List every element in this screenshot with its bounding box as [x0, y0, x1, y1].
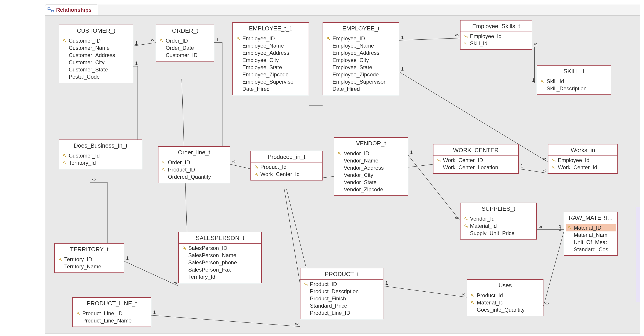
table-worksin[interactable]: Works_inEmployee_IdWork_Center_Id [548, 144, 618, 174]
field-standard_price[interactable]: Standard_Price [302, 302, 381, 310]
field-date_hired[interactable]: Date_Hired [235, 86, 307, 92]
field-product_finish[interactable]: Product_Finish [302, 295, 381, 302]
field-territory_name[interactable]: Territory_Name [56, 263, 122, 270]
table-workcenter[interactable]: WORK_CENTERWork_Center_IDWork_Center_Loc… [433, 144, 519, 174]
field-employee_address[interactable]: Employee_Address [325, 49, 397, 56]
key-icon [464, 41, 469, 46]
key-icon [567, 225, 572, 230]
field-work_center_id[interactable]: Work_Center_Id [253, 170, 320, 178]
field-product_description[interactable]: Product_Description [302, 288, 381, 295]
table-emp1[interactable]: EMPLOYEE_t_1Employee_IDEmployee_NameEmpl… [232, 22, 309, 95]
field-vendor_id[interactable]: Vendor_ID [336, 150, 406, 157]
field-salesperson_name[interactable]: SalesPerson_Name [180, 252, 260, 259]
field-vendor_name[interactable]: Vendor_Name [336, 157, 406, 164]
table-skill[interactable]: SKILL_tSkill_IdSkill_Description [537, 65, 611, 95]
table-order[interactable]: ORDER_tOrder_IDOrder_DateCustomer_ID [156, 24, 214, 62]
field-product_line_id[interactable]: Product_Line_ID [302, 310, 381, 316]
field-territory_id[interactable]: Territory_Id [180, 273, 260, 280]
field-material_nam[interactable]: Material_Nam [566, 232, 616, 239]
field-employee_name[interactable]: Employee_Name [235, 42, 307, 49]
field-name: Order_ID [168, 159, 190, 166]
field-order_id[interactable]: Order_ID [158, 37, 212, 44]
svg-point-217 [464, 225, 466, 226]
field-work_center_id[interactable]: Work_Center_Id [550, 164, 616, 171]
field-product_line_id[interactable]: Product_Line_ID [74, 310, 149, 317]
field-product_id[interactable]: Product_ID [302, 280, 381, 288]
table-rawmat[interactable]: RAW_MATERI…Material_IDMaterial_NamUnit_O… [564, 212, 618, 256]
tab-relationships[interactable]: Relationships [45, 4, 98, 15]
svg-point-169 [552, 166, 554, 168]
table-orderline[interactable]: Order_line_tOrder_IDProduct_IDOrdered_Qu… [158, 146, 230, 183]
field-employee_name[interactable]: Employee_Name [325, 42, 397, 49]
field-goes_into_quantity[interactable]: Goes_into_Quantity [469, 306, 541, 314]
table-territory[interactable]: TERRITORY_tTerritory_IDTerritory_Name [54, 243, 124, 273]
field-work_center_id[interactable]: Work_Center_ID [435, 156, 516, 164]
field-employee_supervisor[interactable]: Employee_Supervisor [325, 78, 397, 86]
field-employee_id[interactable]: Employee_ID [325, 35, 397, 42]
field-work_center_location[interactable]: Work_Center_Location [435, 164, 516, 171]
field-vendor_address[interactable]: Vendor_Address [336, 164, 406, 172]
field-material_id[interactable]: Material_Id [469, 299, 541, 306]
relationships-canvas[interactable]: 1∞1∞1∞1∞∞11∞1∞1∞1∞∞11∞∞1∞∞1∞11∞ CUSTOMER… [45, 15, 640, 334]
field-order_id[interactable]: Order_ID [160, 159, 228, 166]
field-skill_description[interactable]: Skill_Description [539, 85, 609, 92]
field-employee_id[interactable]: Employee_Id [550, 156, 616, 164]
field-customer_state[interactable]: Customer_State [61, 66, 131, 73]
field-employee_city[interactable]: Employee_City [325, 56, 397, 64]
field-customer_name[interactable]: Customer_Name [61, 44, 131, 52]
field-employee_zipcode[interactable]: Employee_Zipcode [235, 71, 307, 78]
field-date_hired[interactable]: Date_Hired [325, 86, 397, 92]
field-customer_id[interactable]: Customer_ID [61, 37, 131, 44]
field-territory_id[interactable]: Territory_ID [56, 256, 122, 263]
table-vendor[interactable]: VENDOR_tVendor_IDVendor_NameVendor_Addre… [334, 137, 408, 196]
field-postal_code[interactable]: Postal_Code [61, 73, 131, 80]
field-employee_city[interactable]: Employee_City [235, 56, 307, 64]
field-material_id[interactable]: Material_ID [566, 224, 616, 232]
table-product[interactable]: PRODUCT_tProduct_IDProduct_DescriptionPr… [300, 268, 384, 319]
table-supplies[interactable]: SUPPLIES_tVendor_IdMaterial_IdSupply_Uni… [460, 202, 537, 240]
field-vendor_zipcode[interactable]: Vendor_Zipcode [336, 186, 406, 193]
field-skill_id[interactable]: Skill_Id [539, 78, 609, 85]
field-territory_id[interactable]: Territory_Id [61, 159, 140, 166]
field-ordered_quantity[interactable]: Ordered_Quantity [160, 173, 228, 180]
field-employee_id[interactable]: Employee_Id [462, 33, 530, 40]
field-employee_state[interactable]: Employee_State [325, 64, 397, 71]
table-title: TERRITORY_t [55, 244, 124, 255]
field-salesperson_fax[interactable]: SalesPerson_Fax [180, 266, 260, 273]
field-employee_state[interactable]: Employee_State [235, 64, 307, 71]
table-customer[interactable]: CUSTOMER_tCustomer_IDCustomer_NameCustom… [59, 24, 133, 83]
field-product_id[interactable]: Product_Id [253, 164, 320, 170]
nav-pane-sliver [32, 4, 45, 336]
field-supply_unit_price[interactable]: Supply_Unit_Price [462, 230, 534, 237]
table-empskill[interactable]: Employee_Skills_tEmployee_IdSkill_Id [460, 20, 532, 50]
field-standard_cos[interactable]: Standard_Cos [566, 246, 616, 253]
field-vendor_id[interactable]: Vendor_Id [462, 215, 534, 222]
field-employee_zipcode[interactable]: Employee_Zipcode [325, 71, 397, 78]
field-order_date[interactable]: Order_Date [158, 44, 212, 52]
field-material_id[interactable]: Material_Id [462, 222, 534, 230]
field-salesperson_phone[interactable]: SalesPerson_phone [180, 259, 260, 266]
table-emp[interactable]: EMPLOYEE_tEmployee_IDEmployee_NameEmploy… [322, 22, 399, 95]
field-employee_supervisor[interactable]: Employee_Supervisor [235, 78, 307, 86]
field-vendor_state[interactable]: Vendor_State [336, 179, 406, 186]
field-customer_address[interactable]: Customer_Address [61, 52, 131, 59]
field-skill_id[interactable]: Skill_Id [462, 40, 530, 47]
field-product_id[interactable]: Product_Id [469, 292, 541, 299]
field-employee_id[interactable]: Employee_ID [235, 35, 307, 42]
field-customer_city[interactable]: Customer_City [61, 59, 131, 66]
field-product_id[interactable]: Product_ID [160, 166, 228, 173]
field-employee_address[interactable]: Employee_Address [235, 49, 307, 56]
table-uses[interactable]: UsesProduct_IdMaterial_IdGoes_into_Quant… [467, 279, 544, 316]
field-name: Customer_City [69, 59, 104, 66]
key-icon [58, 257, 63, 262]
field-customer_id[interactable]: Customer_ID [158, 52, 212, 59]
table-salesperson[interactable]: SALESPERSON_tSalesPerson_IDSalesPerson_N… [178, 232, 262, 283]
field-salesperson_id[interactable]: SalesPerson_ID [180, 244, 260, 252]
field-unit_of_mea:[interactable]: Unit_Of_Mea: [566, 239, 616, 246]
table-productline[interactable]: PRODUCT_LINE_tProduct_Line_IDProduct_Lin… [72, 297, 151, 327]
table-dbin[interactable]: Does_Business_In_tCustomer_IdTerritory_I… [59, 140, 142, 169]
table-producedin[interactable]: Produced_in_tProduct_IdWork_Center_Id [250, 151, 322, 180]
field-product_line_name[interactable]: Product_Line_Name [74, 317, 149, 324]
field-customer_id[interactable]: Customer_Id [61, 152, 140, 159]
field-vendor_city[interactable]: Vendor_City [336, 172, 406, 179]
